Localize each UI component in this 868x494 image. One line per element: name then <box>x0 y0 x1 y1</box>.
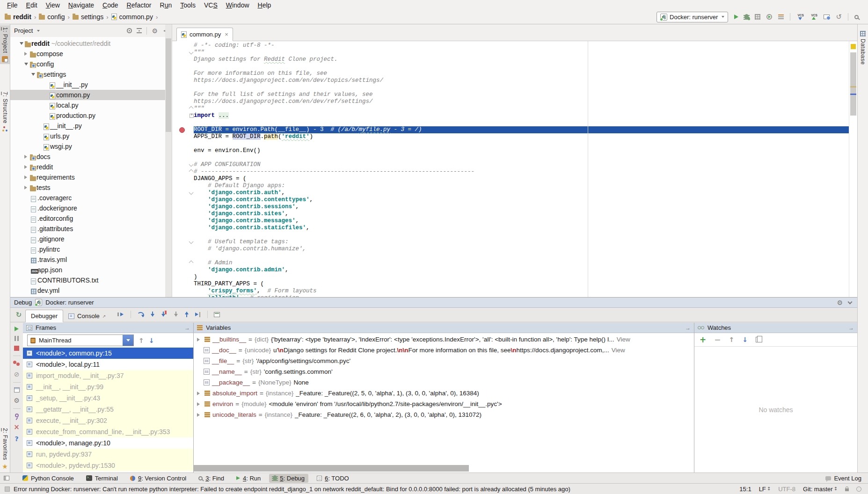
tree-item-coveragerc[interactable]: .coveragerc <box>10 193 165 203</box>
tree-item-devyml[interactable]: dev.yml <box>10 285 165 296</box>
run-configuration-select[interactable]: Docker: runserver <box>656 12 728 22</box>
pin-icon[interactable] <box>15 414 19 417</box>
stack-frame[interactable]: <module>, pydevd.py:1530 <box>23 460 193 471</box>
tree-item-appjson[interactable]: app.json <box>10 265 165 275</box>
play-icon[interactable] <box>734 15 738 19</box>
code-line[interactable] <box>194 63 857 70</box>
scrollbar-thumb[interactable] <box>850 52 856 116</box>
status-message[interactable]: Error running Docker: runserver: Can't r… <box>14 486 736 493</box>
menu-item-window[interactable]: Window <box>222 1 254 9</box>
fold-marker[interactable] <box>190 114 194 118</box>
rerun-icon[interactable]: ↻ <box>16 312 22 319</box>
toolwindow-button-terminal[interactable]: Terminal <box>82 474 122 483</box>
variable-row[interactable]: __package__ = {NoneType} None <box>194 377 694 388</box>
gear-icon[interactable]: ⚙ <box>152 28 158 34</box>
code-line[interactable] <box>194 253 857 260</box>
view-link[interactable]: View <box>617 336 630 343</box>
gear-icon[interactable]: ⚙ <box>837 299 843 306</box>
code-line[interactable]: 'django.contrib.contenttypes', <box>194 196 857 203</box>
breadcrumb-item-settings[interactable]: settings <box>73 13 103 21</box>
editor-scrollbar[interactable] <box>849 41 857 297</box>
code-line[interactable] <box>194 84 857 91</box>
minus-icon[interactable]: − <box>714 336 721 344</box>
closex-icon[interactable]: × <box>14 424 20 431</box>
variable-row[interactable]: __doc__ = {unicode} u'\nDjango settings … <box>194 345 694 356</box>
menu-item-edit[interactable]: Edit <box>22 1 42 9</box>
breadcrumb-item-reddit[interactable]: reddit <box>5 13 31 21</box>
stepout-icon[interactable] <box>184 312 189 317</box>
coverage-icon[interactable] <box>755 14 760 20</box>
breadcrumb-item-commonpy[interactable]: common.py <box>111 13 153 21</box>
tool-window-switcher-icon[interactable] <box>4 476 9 480</box>
panel-options-icon[interactable]: → <box>685 325 691 331</box>
editor-gutter[interactable] <box>172 41 194 297</box>
code-line[interactable]: 'crispy_forms', # Form layouts <box>194 288 857 295</box>
chevron-expanded-icon[interactable] <box>31 73 35 76</box>
pause-icon[interactable] <box>15 336 19 341</box>
split-icon[interactable] <box>137 28 142 33</box>
tree-item-requirements[interactable]: requirements <box>10 172 165 182</box>
lock-icon[interactable] <box>845 488 849 491</box>
toolwindow-button-pythonconsole[interactable]: Python Console <box>19 474 78 483</box>
hidechev-icon[interactable] <box>848 299 853 304</box>
code-line[interactable]: https://docs.djangoproject.com/en/dev/re… <box>194 98 857 105</box>
changes-icon[interactable] <box>824 15 830 19</box>
code-line[interactable] <box>194 232 857 239</box>
code-line[interactable]: Django settings for Reddit Clone project… <box>194 56 857 63</box>
chevron-collapsed-icon[interactable] <box>24 175 27 179</box>
frame-up-icon[interactable]: ↑ <box>139 337 144 344</box>
stack-frame[interactable]: <module>, manage.py:10 <box>23 437 193 449</box>
tree-item-reddit[interactable]: reddit ~/cookiecutter/reddit <box>10 38 165 49</box>
menu-item-navigate[interactable]: Navigate <box>64 1 98 9</box>
close-icon[interactable]: × <box>225 31 228 38</box>
tree-item-localpy[interactable]: local.py <box>10 100 165 110</box>
tree-item-dockerignore[interactable]: .dockerignore <box>10 203 165 213</box>
chevron-collapsed-icon[interactable] <box>24 165 27 169</box>
toolwindow-button-9versioncontrol[interactable]: 9: Version Control <box>126 474 190 483</box>
code-lines[interactable]: # -*- coding: utf-8 -*-"""Django setting… <box>194 42 857 297</box>
code-line[interactable]: DJANGO_APPS = ( <box>194 175 857 182</box>
stack-frame[interactable]: _setup, __init__.py:43 <box>23 392 193 404</box>
view-link[interactable]: View <box>612 347 625 354</box>
runto-icon[interactable] <box>195 312 201 317</box>
menu-item-code[interactable]: Code <box>98 1 122 9</box>
project-scrollbar[interactable] <box>165 24 172 297</box>
code-line[interactable]: 'django.contrib.messages', <box>194 218 857 225</box>
variables-hscrollbar[interactable] <box>194 465 469 472</box>
toolwindow-button-5debug[interactable]: 5: Debug <box>269 474 308 483</box>
stack-frame[interactable]: execute, __init__.py:302 <box>23 415 193 426</box>
expand-arrow-icon[interactable] <box>197 392 202 395</box>
tree-item-travisyml[interactable]: .travis.yml <box>10 254 165 265</box>
variable-row[interactable]: __file__ = {str} '/app/config/settings/c… <box>194 356 694 366</box>
hector-icon[interactable] <box>856 487 861 492</box>
menu-item-file[interactable]: File <box>3 1 22 9</box>
code-line[interactable]: env = environ.Env() <box>194 147 857 154</box>
stepinto-icon[interactable] <box>150 312 155 317</box>
stepover-icon[interactable] <box>137 312 144 317</box>
restore-icon[interactable] <box>14 387 20 392</box>
fold-marker[interactable] <box>189 240 194 244</box>
toolwindow-button-4run[interactable]: 4: Run <box>233 474 264 483</box>
code-line[interactable]: 'django.contrib.sites', <box>194 211 857 218</box>
smartinto-icon[interactable] <box>174 312 178 317</box>
undo-icon[interactable]: ↺ <box>836 14 842 21</box>
code-line[interactable]: https://docs.djangoproject.com/en/dev/to… <box>194 77 857 84</box>
stack-frame[interactable]: __init__, __init__.py:99 <box>23 381 193 392</box>
code-line[interactable]: import ... <box>194 112 857 119</box>
tree-item-__init__py[interactable]: __init__.py <box>10 80 165 90</box>
code-line[interactable]: 'django.contrib.admin', <box>194 267 857 274</box>
code-line[interactable] <box>194 119 857 126</box>
plus-icon[interactable]: + <box>700 336 706 344</box>
execpt-icon[interactable] <box>117 312 124 317</box>
frame-down-icon[interactable]: ↓ <box>149 337 154 344</box>
stack-frame[interactable]: run, pydevd.py:937 <box>23 449 193 460</box>
debug-tab-debugger[interactable]: Debugger <box>25 310 63 322</box>
combo-dropdown-button[interactable] <box>123 335 133 346</box>
tree-item-gitattributes[interactable]: .gitattributes <box>10 224 165 234</box>
code-line[interactable]: # --------------------------------------… <box>194 168 857 175</box>
tree-item-gitignore[interactable]: .gitignore <box>10 234 165 244</box>
copy-icon[interactable] <box>756 337 760 342</box>
fold-marker[interactable] <box>189 169 194 174</box>
code-line[interactable]: # -*- coding: utf-8 -*- <box>194 42 857 49</box>
tree-item-docs[interactable]: docs <box>10 152 165 162</box>
